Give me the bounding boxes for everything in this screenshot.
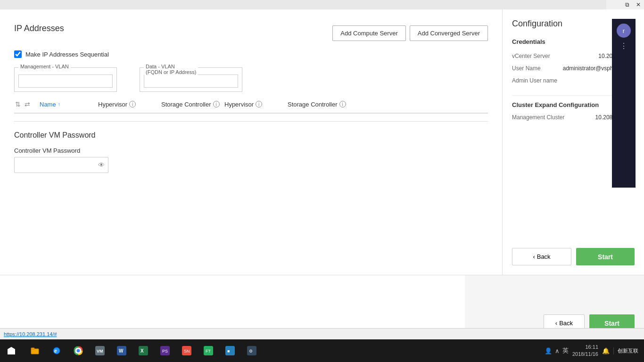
taskbar-ie[interactable]: e bbox=[46, 340, 67, 361]
sort-arrow: ↑ bbox=[58, 102, 60, 107]
bottom-back-chevron-icon: ‹ bbox=[555, 320, 557, 327]
status-bar: https://10.208.231.14/# bbox=[0, 328, 644, 339]
password-section-title: Controller VM Password bbox=[14, 131, 488, 140]
management-vlan-label: Management - VLAN bbox=[18, 64, 71, 69]
top-actions: IP Addresses Add Compute Server Add Conv… bbox=[14, 24, 488, 43]
windows-icon bbox=[8, 347, 15, 354]
taskbar-app8[interactable]: SN bbox=[176, 340, 197, 361]
taskbar-file-explorer[interactable] bbox=[25, 340, 45, 361]
lang-icon[interactable]: 英 bbox=[562, 346, 569, 355]
storage1-info-icon[interactable]: i bbox=[213, 101, 220, 107]
svg-text:⚙: ⚙ bbox=[249, 349, 253, 354]
back-button[interactable]: ‹ Back bbox=[512, 248, 571, 265]
clock-time: 16:11 bbox=[572, 344, 598, 351]
management-vlan-input[interactable] bbox=[18, 74, 113, 88]
close-button[interactable]: ✕ bbox=[635, 1, 642, 8]
col-hypervisor2: Hypervisor i bbox=[224, 101, 286, 108]
password-field: Controller VM Password 👁 bbox=[14, 147, 488, 173]
taskbar: e VM W bbox=[0, 339, 644, 362]
col-hypervisor1: Hypervisor i bbox=[98, 101, 159, 108]
svg-text:■: ■ bbox=[227, 349, 230, 354]
brand-logo: 创新互联 bbox=[613, 347, 638, 354]
svg-rect-0 bbox=[31, 349, 39, 354]
col-storage2: Storage Controller i bbox=[288, 101, 349, 108]
data-vlan-group: Data - VLAN (FQDN or IP Address) bbox=[140, 67, 242, 92]
taskbar-app11[interactable]: ⚙ bbox=[241, 340, 262, 361]
taskbar-icons: e VM W bbox=[23, 340, 545, 361]
vlan-inputs-row: Management - VLAN Data - VLAN (FQDN or I… bbox=[14, 67, 488, 92]
filter-icon[interactable]: ⇅ bbox=[14, 99, 22, 109]
restore-button[interactable]: ⧉ bbox=[623, 1, 631, 8]
table-divider bbox=[14, 121, 488, 122]
add-compute-button[interactable]: Add Compute Server bbox=[332, 25, 405, 41]
sort-icon[interactable]: ⇄ bbox=[24, 99, 31, 109]
user-menu-icon[interactable]: ⋮ bbox=[620, 41, 627, 50]
hypervisor1-info-icon[interactable]: i bbox=[129, 101, 136, 107]
table-header: ⇅ ⇄ Name ↑ Hypervisor i Storage Controll… bbox=[14, 99, 488, 114]
password-input[interactable] bbox=[14, 157, 108, 173]
add-converged-button[interactable]: Add Converged Server bbox=[410, 25, 488, 41]
password-label: Controller VM Password bbox=[14, 147, 488, 154]
col-storage1: Storage Controller i bbox=[161, 101, 223, 108]
svg-text:SN: SN bbox=[184, 349, 190, 354]
password-section: Controller VM Password Controller VM Pas… bbox=[14, 131, 488, 173]
caret-icon[interactable]: ∧ bbox=[555, 347, 560, 354]
taskbar-app10[interactable]: ■ bbox=[220, 340, 240, 361]
vcenter-key: vCenter Server bbox=[512, 53, 573, 59]
management-vlan-group: Management - VLAN bbox=[14, 67, 117, 92]
svg-text:e: e bbox=[54, 348, 57, 354]
svg-point-5 bbox=[77, 349, 80, 353]
col-name: Name ↑ bbox=[40, 101, 96, 108]
taskbar-vmware[interactable]: VM bbox=[90, 340, 110, 361]
taskbar-app6[interactable]: X bbox=[133, 340, 154, 361]
back-chevron-icon: ‹ bbox=[533, 253, 535, 260]
main-content: IP Addresses Add Compute Server Add Conv… bbox=[0, 9, 644, 275]
config-title: Configuration bbox=[512, 19, 562, 29]
svg-text:PS: PS bbox=[162, 349, 168, 354]
server-buttons: Add Compute Server Add Converged Server bbox=[332, 25, 488, 41]
notification-icon[interactable]: 🔔 bbox=[602, 347, 610, 354]
storage2-info-icon[interactable]: i bbox=[339, 101, 346, 107]
user-avatar[interactable]: r bbox=[617, 24, 631, 38]
sys-icons: 👤 ∧ 英 bbox=[545, 346, 569, 355]
svg-text:VM: VM bbox=[97, 349, 103, 354]
people-icon: 👤 bbox=[545, 347, 552, 354]
taskbar-right: 👤 ∧ 英 16:11 2018/11/16 🔔 创新互联 bbox=[545, 344, 644, 358]
taskbar-app5[interactable]: W bbox=[111, 340, 132, 361]
taskbar-app9[interactable]: FT bbox=[198, 340, 219, 361]
col-icons: ⇅ ⇄ bbox=[14, 99, 38, 109]
hypervisor2-info-icon[interactable]: i bbox=[256, 101, 262, 107]
admin-key: Admin User name bbox=[512, 77, 573, 84]
taskbar-clock: 16:11 2018/11/16 bbox=[572, 344, 598, 358]
taskbar-app7[interactable]: PS bbox=[155, 340, 175, 361]
data-vlan-label: Data - VLAN (FQDN or IP Address) bbox=[144, 64, 198, 75]
username-key: User Name bbox=[512, 65, 563, 72]
svg-rect-1 bbox=[31, 348, 34, 349]
title-bar: ⧉ ✕ bbox=[606, 0, 644, 9]
sequential-checkbox[interactable] bbox=[14, 50, 22, 58]
sequential-label: Make IP Addresses Sequential bbox=[25, 51, 109, 58]
status-link[interactable]: https://10.208.231.14/# bbox=[4, 331, 57, 337]
management-cluster-key: Management Cluster bbox=[512, 114, 573, 121]
svg-rect-18 bbox=[225, 346, 235, 355]
start-button[interactable]: Start bbox=[576, 248, 635, 265]
left-panel: IP Addresses Add Compute Server Add Conv… bbox=[0, 9, 503, 275]
start-menu-button[interactable] bbox=[0, 339, 23, 362]
sequential-checkbox-row: Make IP Addresses Sequential bbox=[14, 50, 488, 58]
taskbar-chrome[interactable] bbox=[68, 340, 89, 361]
clock-date: 2018/11/16 bbox=[572, 351, 598, 358]
page-title: IP Addresses bbox=[14, 24, 64, 33]
config-actions: ‹ Back Start bbox=[512, 240, 635, 265]
user-strip: r ⋮ bbox=[612, 19, 636, 188]
password-input-wrap: 👁 bbox=[14, 157, 108, 173]
svg-text:X: X bbox=[140, 348, 144, 354]
svg-text:W: W bbox=[119, 348, 124, 354]
eye-icon[interactable]: 👁 bbox=[98, 161, 105, 169]
svg-text:FT: FT bbox=[206, 349, 211, 354]
data-vlan-input[interactable] bbox=[144, 74, 238, 88]
